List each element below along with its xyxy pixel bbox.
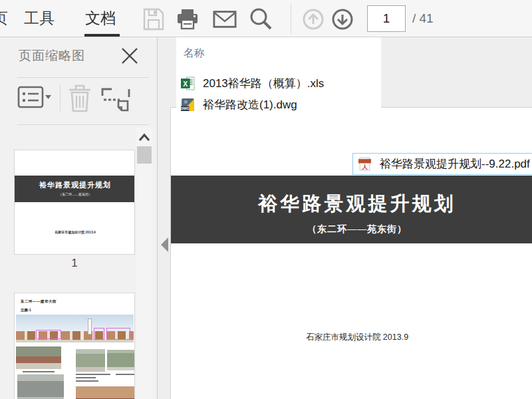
- trash-icon: [66, 84, 93, 113]
- document-footer: 石家庄市规划设计院 2013.9: [171, 332, 532, 343]
- thumbnails-sidebar: 页面缩略图: [0, 37, 158, 399]
- storefront-photo: [76, 386, 135, 399]
- panorama-ground: [16, 340, 134, 342]
- thumbnail2-title: 东二环——建华大街: [21, 299, 57, 304]
- thumbnail1-title-band: 裕华路景观提升规划 （东二环——苑东街）: [15, 176, 135, 202]
- sidebar-tools-divider: [60, 84, 61, 112]
- highlight-rect: [36, 330, 61, 339]
- caption-placeholder: [76, 380, 98, 382]
- file-item-xls[interactable]: X 2013裕华路（概算）.xls: [176, 73, 381, 94]
- sidebar-close-button[interactable]: [120, 46, 140, 66]
- scrollbar-thumb[interactable]: [137, 146, 152, 164]
- sidebar-divider: [17, 77, 149, 78]
- page-number-input[interactable]: [367, 5, 406, 32]
- excel-file-icon: X: [181, 76, 195, 90]
- chevron-up-icon: [137, 132, 152, 144]
- search-button[interactable]: [249, 7, 273, 31]
- street-photo: [16, 346, 61, 369]
- printer-icon: [176, 8, 200, 31]
- save-button[interactable]: [142, 7, 166, 31]
- svg-text:DWG: DWG: [181, 106, 190, 110]
- page-thumbnail-2[interactable]: 东二环——建华大街 北侧-1: [14, 293, 135, 399]
- panorama-sign: [88, 319, 92, 334]
- street-photo: [17, 374, 64, 399]
- previous-page-button[interactable]: [301, 7, 325, 31]
- page-thumbnail-1[interactable]: 裕华路景观提升规划 （东二环——苑东街） 石家庄市规划设计院 2013.9: [14, 150, 135, 255]
- street-photo: [76, 349, 105, 372]
- dwg-file-icon: DWG: [181, 98, 195, 112]
- highlight-rect: [106, 328, 130, 340]
- sidebar-collapse-handle[interactable]: [161, 237, 168, 252]
- pdf-page: 裕华路景观提升规划 （东二环——苑东街） 石家庄市规划设计院 2013.9: [170, 107, 532, 399]
- tab-tools[interactable]: 工具: [24, 8, 55, 29]
- page-total-label: / 41: [412, 11, 434, 26]
- thumbnail1-title: 裕华路景观提升规划: [15, 176, 135, 190]
- arrow-up-circle-icon: [302, 8, 325, 31]
- active-tab-underline: [84, 34, 120, 37]
- document-subtitle: （东二环——苑东街）: [171, 223, 532, 235]
- thumbnail1-footer: 石家庄市规划设计院 2013.9: [15, 230, 135, 234]
- tab-home-partial[interactable]: 页: [0, 8, 8, 29]
- organize-pages-icon: [100, 84, 132, 113]
- file-list-name-column-header[interactable]: 名称: [184, 47, 205, 61]
- organize-pages-button[interactable]: [100, 84, 132, 113]
- tab-document[interactable]: 文档: [85, 8, 116, 29]
- document-title: 裕华路景观提升规划: [171, 176, 532, 217]
- file-item-dwg[interactable]: DWG 裕华路改造(1).dwg: [176, 94, 381, 115]
- file-name: 裕华路改造(1).dwg: [203, 97, 297, 112]
- thumbnail1-subtitle: （东二环——苑东街）: [15, 192, 135, 196]
- svg-text:人: 人: [361, 164, 368, 170]
- street-photo: [107, 350, 135, 370]
- highlight-rect: [94, 328, 104, 340]
- close-icon: [120, 46, 140, 66]
- file-name: 裕华路景观提升规划--9.22.pdf: [380, 156, 530, 172]
- thumbnail-options-button[interactable]: [17, 84, 52, 110]
- caption-placeholder: [116, 374, 134, 375]
- file-list-panel: 名称 X 2013裕华路（概算）.xls DWG 裕华路改造(1).dwg: [176, 37, 381, 116]
- delete-page-button[interactable]: [66, 84, 93, 113]
- toolbar-divider: [291, 4, 291, 33]
- caption-placeholder: [23, 371, 55, 372]
- thumbnail2-section-label: 北侧-1: [21, 308, 31, 313]
- search-icon: [249, 7, 273, 31]
- sidebar-panel-title: 页面缩略图: [19, 47, 85, 65]
- sidebar-divider: [17, 124, 149, 125]
- pdf-file-icon: 人: [358, 157, 372, 171]
- toolbar: 页 工具 文档: [0, 0, 532, 37]
- page-number-label: 1: [14, 257, 135, 270]
- email-button[interactable]: [213, 7, 237, 31]
- scrollbar-up-button[interactable]: [137, 132, 152, 144]
- caption-placeholder: [76, 377, 96, 378]
- save-icon: [143, 8, 164, 31]
- list-options-icon: [17, 84, 52, 110]
- app-window: 页 工具 文档: [0, 0, 532, 399]
- sidebar-scrollbar[interactable]: [136, 128, 152, 399]
- caption-placeholder: [76, 374, 110, 375]
- document-title-band: 裕华路景观提升规划 （东二环——苑东街）: [171, 176, 532, 243]
- envelope-icon: [213, 9, 237, 29]
- print-button[interactable]: [176, 7, 200, 31]
- next-page-button[interactable]: [331, 7, 354, 31]
- file-item-pdf-selected[interactable]: 人 裕华路景观提升规划--9.22.pdf: [352, 153, 532, 175]
- thumbnail2-panorama-image: [16, 315, 134, 342]
- svg-text:X: X: [183, 80, 188, 88]
- file-name: 2013裕华路（概算）.xls: [203, 76, 324, 91]
- arrow-down-circle-icon: [331, 8, 354, 31]
